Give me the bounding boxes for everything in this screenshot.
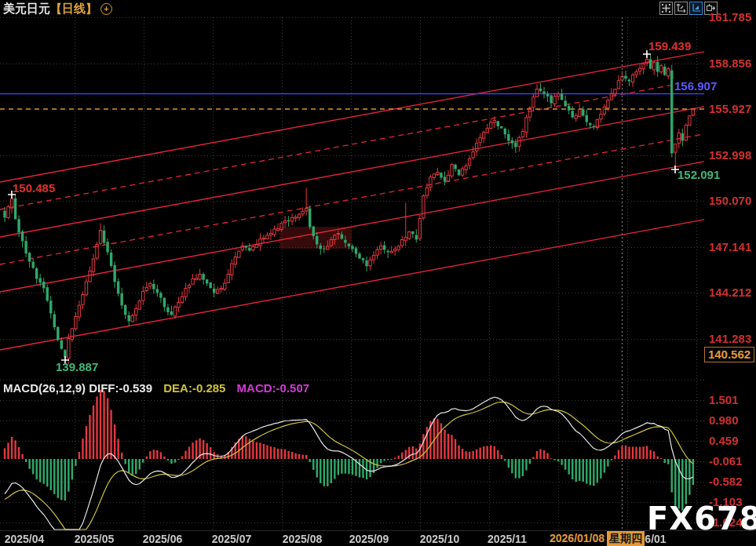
scale-axis-icon xyxy=(677,4,685,13)
crosshair-date-text: 2026/01/08 xyxy=(547,531,607,546)
crosshair-weekday-badge: 星期四 xyxy=(607,531,645,546)
macd-axis-label: 1.501 xyxy=(709,393,739,406)
chart-title: 美元日元【日线】+ xyxy=(3,2,112,16)
price-axis-label: 147.141 xyxy=(709,240,751,253)
price-axis-label: 158.856 xyxy=(709,56,751,70)
price-annotation: 159.439 xyxy=(648,39,691,53)
price-annotation: 139.887 xyxy=(56,360,98,373)
macd-axis-label: -0.061 xyxy=(709,454,743,468)
add-indicator-icon[interactable]: + xyxy=(100,3,112,15)
x-axis-label: 2025/08 xyxy=(274,533,331,545)
macd-axis-label: 0.459 xyxy=(709,434,739,447)
x-axis-label: 2025/06 xyxy=(134,533,191,545)
macd-diff-value: DIFF:-0.539 xyxy=(89,381,152,395)
crosshair-date-label: 2026/01/08 星期四 xyxy=(547,531,645,546)
x-axis-label: 2025/05 xyxy=(66,533,122,545)
price-axis-label: 141.283 xyxy=(709,332,751,345)
x-axis-label: 2025/10 xyxy=(411,533,468,545)
macd-formula: MACD(26,12,9) xyxy=(3,381,86,395)
x-axis-label: 2025/07 xyxy=(203,533,260,545)
scale-axis-button[interactable] xyxy=(674,2,688,15)
price-axis-label: 161.785 xyxy=(709,10,751,24)
price-axis-label: 152.998 xyxy=(709,148,751,162)
x-axis-label: 2025/04 xyxy=(0,533,53,545)
macd-dea-value: DEA:-0.285 xyxy=(163,381,225,395)
symbol-title: 美元日元 xyxy=(3,2,50,15)
price-annotation: 156.907 xyxy=(673,79,718,93)
price-annotation: 150.485 xyxy=(13,181,55,195)
macd-axis-label: -0.582 xyxy=(709,475,743,488)
auto-scale-button[interactable] xyxy=(689,2,703,15)
period-label: 【日线】 xyxy=(50,2,97,15)
auto-scale-icon xyxy=(692,4,700,13)
macd-header: MACD(26,12,9) DIFF:-0.539 DEA:-0.285 MAC… xyxy=(3,381,309,395)
move-icon xyxy=(662,4,670,13)
price-annotation: 152.091 xyxy=(677,168,720,181)
macd-axis-label: 0.980 xyxy=(709,413,739,427)
watermark: FX678 xyxy=(647,500,756,537)
price-axis-label: 155.927 xyxy=(709,102,751,115)
crosshair-price-label: 140.562 xyxy=(704,347,754,362)
move-button[interactable] xyxy=(659,2,673,15)
macd-macd-value: MACD:-0.507 xyxy=(237,381,310,395)
chart-canvas[interactable] xyxy=(0,0,756,546)
x-axis-label: 2025/09 xyxy=(341,533,397,545)
price-axis-label: 144.212 xyxy=(709,286,751,299)
x-axis-label: 2025/11 xyxy=(479,533,535,545)
price-axis-label: 150.070 xyxy=(709,194,751,207)
